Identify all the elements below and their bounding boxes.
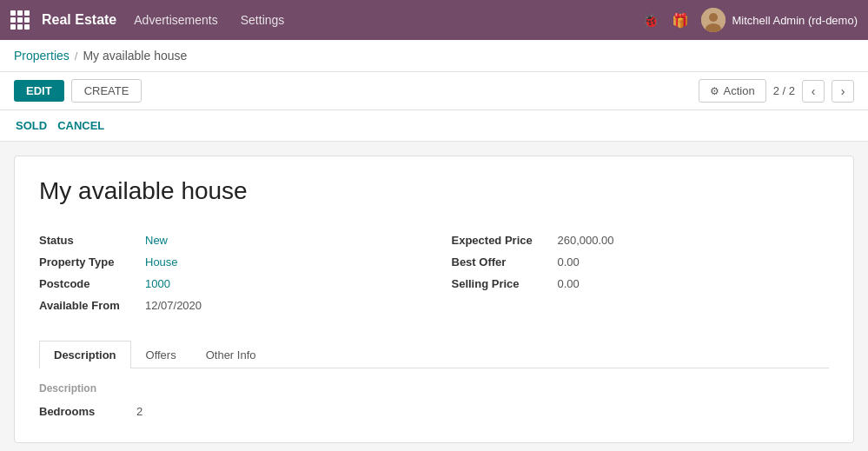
app-title: Real Estate [42,12,116,28]
action-bar: EDIT CREATE ⚙ Action 2 / 2 ‹ › [0,72,868,110]
field-best-offer: Best Offer 0.00 [452,251,830,273]
fields-left: Status New Property Type House Postcode … [39,229,417,316]
record-card: My available house Status New Property T… [14,156,854,443]
app-grid-icon[interactable] [10,10,30,30]
sold-button[interactable]: SOLD [14,116,49,141]
pagination: 2 / 2 ‹ › [773,80,854,103]
tab-offers[interactable]: Offers [131,341,191,368]
section-description-label: Description [39,382,829,395]
breadcrumb: Properties / My available house [0,40,868,72]
field-label-bedrooms: Bedrooms [39,405,126,418]
bug-icon[interactable]: 🐞 [642,12,659,29]
prev-page-button[interactable]: ‹ [802,80,825,103]
field-label-available-from: Available From [39,299,135,312]
tab-other-info[interactable]: Other Info [191,341,271,368]
tab-description[interactable]: Description [39,341,131,368]
field-property-type: Property Type House [39,251,417,273]
gift-icon[interactable]: 🎁 [672,12,689,29]
next-page-button[interactable]: › [832,80,854,103]
field-value-selling-price: 0.00 [558,277,580,290]
nav-settings[interactable]: Settings [235,10,290,30]
field-value-best-offer: 0.00 [558,255,580,269]
main-content: My available house Status New Property T… [0,142,868,451]
nav-advertisements[interactable]: Advertisements [129,10,222,30]
field-label-postcode: Postcode [39,277,135,290]
edit-button[interactable]: EDIT [14,80,64,102]
top-navigation: Real Estate Advertisements Settings 🐞 🎁 … [0,0,868,40]
field-bedrooms: Bedrooms 2 [39,401,829,421]
breadcrumb-parent[interactable]: Properties [14,49,70,63]
breadcrumb-separator: / [75,50,78,63]
field-label-property-type: Property Type [39,255,135,269]
field-label-selling-price: Selling Price [452,277,547,290]
field-label-best-offer: Best Offer [452,255,547,269]
field-selling-price: Selling Price 0.00 [452,273,830,295]
action-button[interactable]: ⚙ Action [699,79,766,103]
field-label-status: Status [39,234,135,247]
cancel-button[interactable]: CANCEL [56,116,106,141]
field-postcode: Postcode 1000 [39,273,417,295]
status-bar: SOLD CANCEL [0,110,868,142]
create-button[interactable]: CREATE [71,79,142,103]
field-value-postcode: 1000 [145,277,170,290]
field-expected-price: Expected Price 260,000.00 [452,229,830,251]
field-value-property-type: House [145,255,178,269]
field-value-status: New [145,234,168,247]
field-value-bedrooms: 2 [136,405,142,418]
field-status: Status New [39,229,417,251]
record-title: My available house [39,177,829,205]
field-label-expected-price: Expected Price [452,234,547,247]
user-menu[interactable]: Mitchell Admin (rd-demo) [701,8,858,32]
user-name-label: Mitchell Admin (rd-demo) [732,14,858,27]
field-value-expected-price: 260,000.00 [558,234,614,247]
gear-icon: ⚙ [710,85,719,97]
fields-right: Expected Price 260,000.00 Best Offer 0.0… [452,229,830,316]
field-value-available-from: 12/07/2020 [145,299,202,312]
tabs-bar: Description Offers Other Info [39,341,829,368]
breadcrumb-current: My available house [83,49,187,63]
field-available-from: Available From 12/07/2020 [39,295,417,316]
avatar [701,8,726,32]
svg-point-1 [709,13,718,22]
fields-grid: Status New Property Type House Postcode … [39,229,829,316]
tab-content-description: Description Bedrooms 2 [39,382,829,421]
